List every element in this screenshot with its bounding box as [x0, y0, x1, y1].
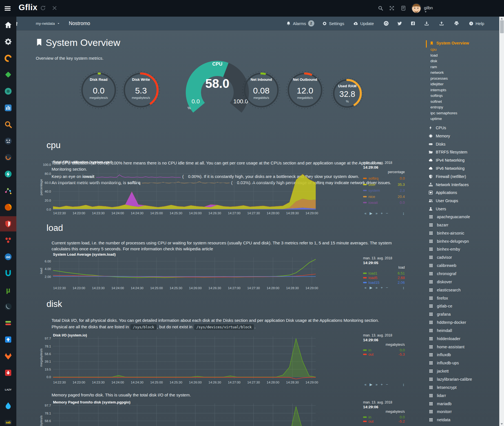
app-icon-dark-dots[interactable]	[4, 137, 12, 145]
chart-zoom-in-button[interactable]: +	[381, 382, 383, 387]
twitter-button[interactable]	[397, 17, 402, 30]
app-icon-scatter[interactable]	[4, 186, 12, 195]
toc-app-hiddenloader[interactable]: hiddenloader	[429, 336, 460, 341]
chart-play-button[interactable]: ▶	[370, 382, 372, 387]
chart-load[interactable]: 14:22:3014:23:0014:23:3014:24:0014:24:30…	[39, 251, 405, 291]
chart-play-button[interactable]: ▶	[370, 286, 372, 290]
app-icon-green-diamond[interactable]	[4, 70, 12, 79]
chart-skip-forward-button[interactable]: »	[375, 286, 377, 290]
toc-section-user-groups[interactable]: User Groups	[428, 198, 458, 203]
username-menu[interactable]: gilbn	[424, 5, 433, 14]
toc-app-chronograf[interactable]: chronograf	[429, 271, 456, 276]
app-icon-pills[interactable]	[4, 319, 12, 327]
chart-zoom-out-button[interactable]: −	[386, 286, 388, 290]
app-icon-blue-drop[interactable]	[4, 402, 12, 410]
toc-item-ipc-semaphores[interactable]: ipc semaphores	[430, 111, 457, 117]
toc-section-ipv6-networking[interactable]: IPv6 Networking	[428, 166, 465, 171]
gauge-net-inbound[interactable]: Net Inbound0.08megabits/s	[240, 69, 282, 111]
facebook-button[interactable]	[410, 17, 415, 30]
toc-section-firewall-netfilter[interactable]: Firewall (netfilter)	[428, 174, 466, 179]
toc-item-network[interactable]: network	[430, 70, 444, 76]
toc-app-binhex-airsonic[interactable]: binhex-airsonic	[429, 231, 464, 235]
toc-app-diskover[interactable]: diskover	[429, 280, 452, 284]
toc-app-influxdb-ups[interactable]: influxdb-ups	[429, 361, 459, 365]
gauge-net-outbound[interactable]: Net Outbound12.0megabits/s	[284, 69, 326, 111]
app-icon-red-shield[interactable]	[4, 220, 12, 228]
toc-app-netdata[interactable]: netdata	[429, 418, 450, 422]
app-icon-red-dots[interactable]	[4, 236, 12, 244]
chart-skip-forward-button[interactable]: »	[375, 211, 377, 215]
legend-row-in[interactable]: in0.0	[363, 415, 405, 419]
toc-app-lidarr[interactable]: lidarr	[429, 393, 446, 398]
toc-app-apacheguacamole[interactable]: apacheguacamole	[429, 215, 470, 219]
fullscreen-expand-icon[interactable]	[389, 5, 395, 11]
gauge-used-ram[interactable]: Used RAM32.8%	[330, 76, 365, 111]
chart-zoom-out-button[interactable]: −	[386, 211, 388, 215]
chart-pgpgio[interactable]: 97.778.158.639.119.50.0megabytes/sMemory…	[39, 399, 405, 426]
toc-app-hddtemp-docker[interactable]: hddtemp-docker	[429, 320, 466, 325]
toc-item-cpu[interactable]: cpu	[430, 47, 437, 53]
toc-app-calibreweb[interactable]: calibreweb	[429, 263, 456, 268]
avatar[interactable]	[411, 3, 422, 15]
toc-item-disk[interactable]: disk	[430, 59, 437, 64]
help-button[interactable]: ? Help	[469, 17, 484, 30]
legend-row-load5[interactable]: load52.68	[363, 276, 405, 280]
toc-section-disks[interactable]: Disks	[428, 142, 445, 146]
toc-app-heimdall[interactable]: heimdall	[429, 328, 452, 333]
toc-app-binhex-emby[interactable]: binhex-emby	[429, 247, 460, 251]
legend-row-out[interactable]: out-5.2	[363, 419, 405, 423]
app-icon-bolt-disc[interactable]	[4, 170, 12, 178]
chart-resize-handle[interactable]: ↕	[403, 382, 404, 387]
update-button[interactable]: Update	[353, 17, 374, 30]
gauge-disk-write[interactable]: Disk Write5.3megabytes/s	[120, 69, 162, 111]
settings-button[interactable]: Settings	[322, 17, 344, 30]
alarms-button[interactable]: Alarms 2	[286, 17, 314, 30]
toc-item-uptime[interactable]: uptime	[430, 117, 442, 122]
server-dropdown[interactable]: my-netdata	[36, 17, 60, 30]
app-icon-equalizer[interactable]	[4, 104, 12, 112]
import-snapshot-button[interactable]	[424, 17, 429, 30]
chart-skip-forward-button[interactable]: »	[375, 382, 377, 387]
app-icon-crescent[interactable]	[4, 302, 12, 311]
app-icon-search[interactable]	[4, 120, 12, 129]
toc-app-cadvisor[interactable]: cadvisor	[429, 255, 452, 260]
toc-section-system-overview[interactable]: System Overview	[430, 41, 469, 45]
chart-skip-back-button[interactable]: «	[364, 211, 366, 215]
toc-section-applications[interactable]: Applications	[428, 190, 457, 195]
toc-app-mariadb[interactable]: mariadb	[429, 402, 452, 406]
toc-section-network-interfaces[interactable]: Network Interfaces	[428, 182, 469, 187]
chart-skip-back-button[interactable]: «	[364, 382, 366, 387]
close-icon[interactable]	[52, 5, 58, 11]
app-icon-lazy[interactable]: LAZY	[4, 385, 12, 394]
chart-zoom-out-button[interactable]: −	[386, 382, 388, 387]
toc-app-influxdb[interactable]: influxdb	[429, 353, 451, 357]
hostname[interactable]: Nostromo	[69, 17, 90, 30]
toc-app-monitorr[interactable]: monitorr	[429, 409, 452, 414]
chart-play-button[interactable]: ▶	[370, 211, 372, 215]
chart-cpu[interactable]: 14:22:3014:23:0014:23:3014:24:0014:24:30…	[39, 159, 405, 217]
toc-section-btrfs-filesystem[interactable]: BTRFS filesystem	[428, 150, 467, 154]
scrollbar-thumb[interactable]	[500, 20, 504, 33]
toc-app-binhex-delugevpn[interactable]: binhex-delugevpn	[429, 239, 469, 244]
legend-row-system[interactable]: system2.3	[363, 188, 405, 194]
toc-app-gitlab-ce[interactable]: gitlab-ce	[429, 304, 452, 308]
app-icon-swirl[interactable]	[4, 203, 12, 211]
toc-item-idlejitter[interactable]: idlejitter	[430, 82, 444, 88]
app-icon-orange-flame[interactable]	[4, 352, 12, 360]
toc-app-letsencrypt[interactable]: letsencrypt	[429, 385, 457, 390]
toc-app-lazylibrarian-calibre[interactable]: lazylibrarian-calibre	[429, 377, 472, 382]
app-icon-blue-tile-up[interactable]	[4, 335, 12, 344]
chart-zoom-in-button[interactable]: +	[381, 211, 383, 215]
toc-item-processes[interactable]: processes	[430, 76, 448, 82]
legend-row-out[interactable]: out-5.3	[363, 352, 405, 356]
legend-row-iowait[interactable]: iowait0.0	[363, 200, 405, 206]
toc-item-load[interactable]: load	[430, 53, 438, 59]
legend-row-load1[interactable]: load16.51	[363, 271, 405, 276]
toc-app-home-assistant[interactable]: home-assistant	[429, 345, 465, 349]
app-icon-sab[interactable]: sab	[4, 418, 12, 426]
scrollbar-up-arrow[interactable]	[501, 18, 503, 19]
toc-item-interrupts[interactable]: interrupts	[430, 88, 446, 93]
toc-section-users[interactable]: Users	[428, 207, 446, 211]
toc-app-jackett[interactable]: jackett	[429, 369, 449, 373]
legend-row-nice[interactable]: nice20.4	[363, 194, 405, 200]
